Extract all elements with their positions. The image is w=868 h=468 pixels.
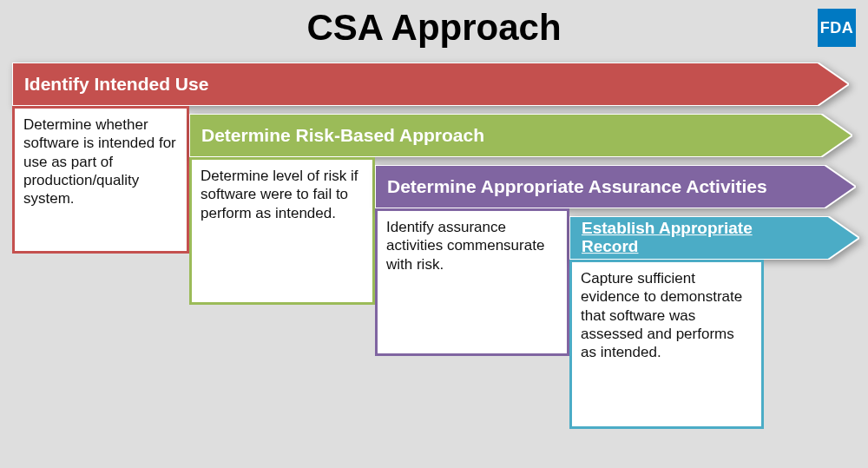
step-3-label: Determine Appropriate Assurance Activiti…: [387, 176, 767, 197]
diagram-stage: Identify Intended Use Determine whether …: [0, 59, 868, 467]
step-2-arrow: Determine Risk-Based Approach: [189, 114, 852, 157]
step-2-description: Determine level of risk if software were…: [189, 157, 375, 305]
step-4-arrow: Establish Appropriate Record: [569, 216, 859, 260]
step-2-label: Determine Risk-Based Approach: [201, 125, 484, 146]
step-3-arrow: Determine Appropriate Assurance Activiti…: [375, 165, 856, 208]
step-1-label: Identify Intended Use: [24, 74, 208, 95]
step-3-description: Identify assurance activities commensura…: [375, 208, 569, 356]
page-title: CSA Approach: [0, 0, 868, 49]
fda-logo: FDA: [818, 9, 856, 47]
step-1-description: Determine whether software is intended f…: [12, 106, 189, 254]
step-4-description: Capture sufficient evidence to demonstra…: [569, 260, 764, 429]
step-4-label: Establish Appropriate Record: [582, 220, 807, 256]
step-1-arrow: Identify Intended Use: [12, 63, 849, 106]
